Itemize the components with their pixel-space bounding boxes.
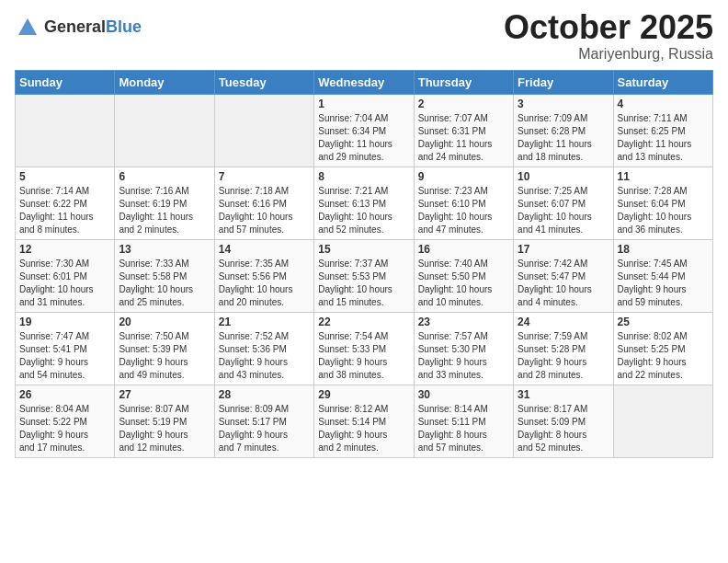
- day-info: Sunrise: 7:35 AMSunset: 5:56 PMDaylight:…: [219, 258, 310, 309]
- day-info: Sunrise: 7:52 AMSunset: 5:36 PMDaylight:…: [219, 330, 310, 382]
- day-info: Sunrise: 7:04 AMSunset: 6:34 PMDaylight:…: [318, 112, 409, 164]
- day-info: Sunrise: 8:12 AMSunset: 5:14 PMDaylight:…: [318, 403, 409, 454]
- calendar-cell: 11Sunrise: 7:28 AMSunset: 6:04 PMDayligh…: [613, 167, 712, 239]
- calendar-cell: 10Sunrise: 7:25 AMSunset: 6:07 PMDayligh…: [514, 167, 613, 239]
- day-number: 29: [318, 388, 409, 401]
- col-wednesday: Wednesday: [314, 70, 414, 94]
- day-number: 28: [219, 388, 310, 401]
- day-number: 16: [418, 243, 509, 256]
- col-tuesday: Tuesday: [214, 70, 313, 94]
- logo: GeneralBlue: [15, 15, 142, 40]
- day-info: Sunrise: 8:14 AMSunset: 5:11 PMDaylight:…: [418, 403, 509, 454]
- day-info: Sunrise: 7:30 AMSunset: 6:01 PMDaylight:…: [19, 258, 110, 309]
- day-info: Sunrise: 7:33 AMSunset: 5:58 PMDaylight:…: [119, 258, 210, 309]
- calendar-cell: 3Sunrise: 7:09 AMSunset: 6:28 PMDaylight…: [514, 94, 613, 167]
- day-number: 23: [418, 316, 509, 328]
- header-row: Sunday Monday Tuesday Wednesday Thursday…: [16, 70, 713, 94]
- location: Mariyenburg, Russia: [504, 46, 713, 63]
- calendar-cell: 19Sunrise: 7:47 AMSunset: 5:41 PMDayligh…: [16, 312, 115, 385]
- day-number: 25: [618, 316, 709, 328]
- day-info: Sunrise: 7:09 AMSunset: 6:28 PMDaylight:…: [518, 112, 609, 164]
- day-number: 7: [219, 170, 310, 183]
- calendar-header: Sunday Monday Tuesday Wednesday Thursday…: [16, 70, 713, 94]
- day-number: 21: [219, 316, 310, 328]
- day-info: Sunrise: 7:37 AMSunset: 5:53 PMDaylight:…: [318, 258, 409, 309]
- calendar-cell: [613, 385, 712, 457]
- calendar-cell: [214, 94, 313, 167]
- calendar-cell: 30Sunrise: 8:14 AMSunset: 5:11 PMDayligh…: [414, 385, 513, 457]
- calendar-cell: 8Sunrise: 7:21 AMSunset: 6:13 PMDaylight…: [314, 167, 414, 239]
- calendar-cell: 13Sunrise: 7:33 AMSunset: 5:58 PMDayligh…: [115, 239, 214, 312]
- day-number: 1: [318, 98, 409, 110]
- calendar-cell: 26Sunrise: 8:04 AMSunset: 5:22 PMDayligh…: [16, 385, 115, 457]
- day-number: 15: [318, 243, 409, 256]
- day-info: Sunrise: 7:59 AMSunset: 5:28 PMDaylight:…: [518, 330, 609, 382]
- day-info: Sunrise: 7:42 AMSunset: 5:47 PMDaylight:…: [518, 258, 609, 309]
- day-number: 27: [119, 388, 210, 401]
- calendar-cell: 22Sunrise: 7:54 AMSunset: 5:33 PMDayligh…: [314, 312, 414, 385]
- calendar-cell: 17Sunrise: 7:42 AMSunset: 5:47 PMDayligh…: [514, 239, 613, 312]
- day-info: Sunrise: 7:45 AMSunset: 5:44 PMDaylight:…: [618, 258, 709, 309]
- calendar-week-1: 1Sunrise: 7:04 AMSunset: 6:34 PMDaylight…: [16, 94, 713, 167]
- calendar-week-2: 5Sunrise: 7:14 AMSunset: 6:22 PMDaylight…: [16, 167, 713, 239]
- day-number: 12: [19, 243, 110, 256]
- calendar-body: 1Sunrise: 7:04 AMSunset: 6:34 PMDaylight…: [16, 94, 713, 457]
- day-info: Sunrise: 7:16 AMSunset: 6:19 PMDaylight:…: [119, 185, 210, 236]
- col-thursday: Thursday: [414, 70, 513, 94]
- day-number: 26: [19, 388, 110, 401]
- day-info: Sunrise: 7:47 AMSunset: 5:41 PMDaylight:…: [19, 330, 110, 382]
- calendar-cell: 27Sunrise: 8:07 AMSunset: 5:19 PMDayligh…: [115, 385, 214, 457]
- day-number: 11: [618, 170, 709, 183]
- day-number: 14: [219, 243, 310, 256]
- calendar-cell: 20Sunrise: 7:50 AMSunset: 5:39 PMDayligh…: [115, 312, 214, 385]
- calendar-cell: 18Sunrise: 7:45 AMSunset: 5:44 PMDayligh…: [613, 239, 712, 312]
- day-number: 13: [119, 243, 210, 256]
- calendar-cell: 2Sunrise: 7:07 AMSunset: 6:31 PMDaylight…: [414, 94, 513, 167]
- day-info: Sunrise: 7:14 AMSunset: 6:22 PMDaylight:…: [19, 185, 110, 236]
- calendar-week-3: 12Sunrise: 7:30 AMSunset: 6:01 PMDayligh…: [16, 239, 713, 312]
- calendar-cell: 7Sunrise: 7:18 AMSunset: 6:16 PMDaylight…: [214, 167, 313, 239]
- day-info: Sunrise: 7:40 AMSunset: 5:50 PMDaylight:…: [418, 258, 509, 309]
- day-info: Sunrise: 7:54 AMSunset: 5:33 PMDaylight:…: [318, 330, 409, 382]
- calendar-cell: 28Sunrise: 8:09 AMSunset: 5:17 PMDayligh…: [214, 385, 313, 457]
- logo-icon: [15, 15, 40, 40]
- day-info: Sunrise: 8:04 AMSunset: 5:22 PMDaylight:…: [19, 403, 110, 454]
- day-number: 4: [618, 98, 709, 110]
- month-title: October 2025: [504, 9, 713, 46]
- day-number: 9: [418, 170, 509, 183]
- calendar-cell: 6Sunrise: 7:16 AMSunset: 6:19 PMDaylight…: [115, 167, 214, 239]
- day-info: Sunrise: 7:11 AMSunset: 6:25 PMDaylight:…: [618, 112, 709, 164]
- title-block: October 2025 Mariyenburg, Russia: [504, 9, 713, 63]
- day-number: 5: [19, 170, 110, 183]
- day-number: 22: [318, 316, 409, 328]
- day-number: 2: [418, 98, 509, 110]
- col-saturday: Saturday: [613, 70, 712, 94]
- calendar-cell: [115, 94, 214, 167]
- day-number: 10: [518, 170, 609, 183]
- col-monday: Monday: [115, 70, 214, 94]
- day-info: Sunrise: 8:07 AMSunset: 5:19 PMDaylight:…: [119, 403, 210, 454]
- col-sunday: Sunday: [16, 70, 115, 94]
- day-info: Sunrise: 7:23 AMSunset: 6:10 PMDaylight:…: [418, 185, 509, 236]
- day-info: Sunrise: 7:57 AMSunset: 5:30 PMDaylight:…: [418, 330, 509, 382]
- calendar-table: Sunday Monday Tuesday Wednesday Thursday…: [15, 70, 713, 458]
- day-number: 8: [318, 170, 409, 183]
- logo-general: GeneralBlue: [44, 18, 142, 37]
- calendar-cell: 5Sunrise: 7:14 AMSunset: 6:22 PMDaylight…: [16, 167, 115, 239]
- day-number: 17: [518, 243, 609, 256]
- calendar-cell: 14Sunrise: 7:35 AMSunset: 5:56 PMDayligh…: [214, 239, 313, 312]
- logo-text: GeneralBlue: [44, 18, 142, 37]
- day-number: 24: [518, 316, 609, 328]
- day-info: Sunrise: 7:07 AMSunset: 6:31 PMDaylight:…: [418, 112, 509, 164]
- calendar-cell: 9Sunrise: 7:23 AMSunset: 6:10 PMDaylight…: [414, 167, 513, 239]
- day-info: Sunrise: 7:28 AMSunset: 6:04 PMDaylight:…: [618, 185, 709, 236]
- calendar-cell: 23Sunrise: 7:57 AMSunset: 5:30 PMDayligh…: [414, 312, 513, 385]
- day-number: 18: [618, 243, 709, 256]
- calendar-cell: 31Sunrise: 8:17 AMSunset: 5:09 PMDayligh…: [514, 385, 613, 457]
- day-info: Sunrise: 8:17 AMSunset: 5:09 PMDaylight:…: [518, 403, 609, 454]
- calendar-cell: 21Sunrise: 7:52 AMSunset: 5:36 PMDayligh…: [214, 312, 313, 385]
- day-info: Sunrise: 8:09 AMSunset: 5:17 PMDaylight:…: [219, 403, 310, 454]
- day-info: Sunrise: 7:25 AMSunset: 6:07 PMDaylight:…: [518, 185, 609, 236]
- day-info: Sunrise: 7:18 AMSunset: 6:16 PMDaylight:…: [219, 185, 310, 236]
- day-number: 19: [19, 316, 110, 328]
